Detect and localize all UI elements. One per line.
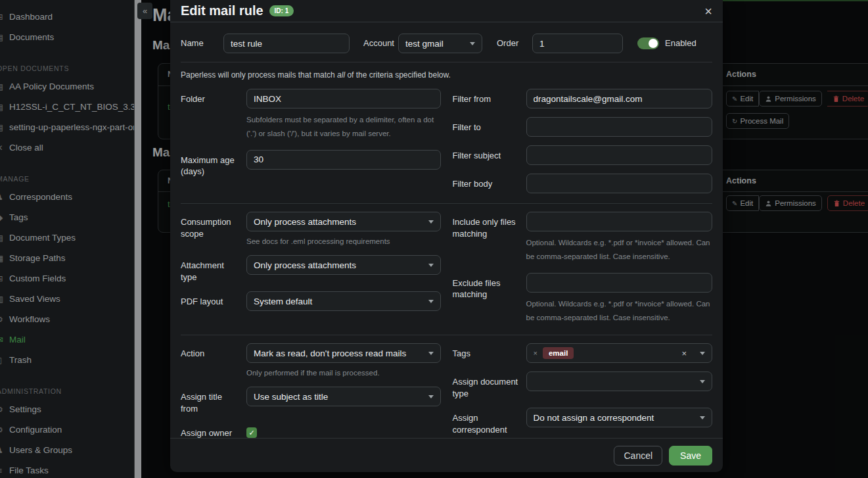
- order-input[interactable]: [532, 34, 623, 53]
- tag-chip-email: email: [543, 347, 574, 359]
- tags-label: Tags: [453, 343, 526, 363]
- close-icon[interactable]: ×: [704, 5, 712, 18]
- filter-body-row: Filter body: [453, 174, 713, 193]
- filter-body-input[interactable]: [526, 174, 713, 193]
- assign-title-select[interactable]: Use subject as title: [246, 387, 441, 406]
- chevron-down-icon: [428, 395, 434, 398]
- id-badge: ID: 1: [269, 5, 294, 16]
- assign-title-label: Assign title from: [181, 387, 246, 414]
- filter-body-label: Filter body: [453, 174, 526, 193]
- processing-group: Consumption scope Only process attachmen…: [181, 212, 712, 333]
- chevron-down-icon: [700, 380, 705, 383]
- attachment-type-select[interactable]: Only process attachments: [246, 255, 441, 275]
- name-label: Name: [181, 37, 223, 49]
- filter-from-input[interactable]: [526, 89, 713, 108]
- filter-from-label: Filter from: [453, 89, 526, 108]
- filter-to-row: Filter to: [453, 117, 713, 137]
- chevron-down-icon: [700, 352, 705, 355]
- include-files-input[interactable]: [526, 212, 713, 231]
- filter-to-input[interactable]: [526, 117, 713, 137]
- chevron-down-icon: [428, 264, 434, 267]
- chevron-down-icon: [470, 42, 475, 45]
- max-age-label: Maximum age (days): [181, 150, 246, 178]
- cancel-button[interactable]: Cancel: [614, 446, 662, 466]
- folder-input[interactable]: [246, 89, 441, 108]
- enabled-toggle[interactable]: [637, 37, 659, 49]
- assign-doc-type-select[interactable]: [526, 371, 713, 391]
- modal-footer: Cancel Save: [170, 438, 723, 472]
- action-select[interactable]: Mark as read, don't process read mails: [246, 343, 441, 363]
- consumption-scope-select[interactable]: Only process attachments: [246, 212, 441, 231]
- filter-subject-label: Filter subject: [453, 145, 526, 165]
- assign-owner-checkbox[interactable]: ✓: [246, 427, 257, 438]
- assign-doc-type-label: Assign document type: [453, 371, 526, 399]
- exclude-files-row: Exclude files matching Optional. Wildcar…: [453, 273, 713, 325]
- filter-subject-input[interactable]: [526, 145, 713, 165]
- modal-header: Edit mail rule ID: 1 ×: [170, 0, 723, 22]
- filter-to-label: Filter to: [453, 117, 526, 137]
- top-fields-row: Name Account test gmail Order Enabled: [181, 34, 712, 53]
- modal-title: Edit mail rule: [181, 3, 263, 18]
- consumption-scope-row: Consumption scope Only process attachmen…: [181, 212, 441, 247]
- account-label: Account: [363, 37, 398, 49]
- folder-hint: Subfolders must be separated by a delimi…: [246, 113, 441, 141]
- pdf-layout-label: PDF layout: [181, 291, 246, 311]
- toggle-knob: [649, 39, 658, 48]
- include-files-label: Include only files matching: [453, 212, 526, 264]
- modal-body: Name Account test gmail Order Enabled Pa…: [170, 22, 723, 438]
- exclude-files-input[interactable]: [526, 273, 713, 293]
- assign-correspondent-row: Assign correspondent from Do not assign …: [453, 408, 713, 438]
- edit-mail-rule-modal: Edit mail rule ID: 1 × Name Account test…: [170, 0, 723, 472]
- attachment-type-label: Attachment type: [181, 255, 246, 283]
- chevron-down-icon: [428, 220, 434, 224]
- filter-from-row: Filter from: [453, 89, 713, 108]
- max-age-input[interactable]: [246, 150, 441, 170]
- order-label: Order: [497, 37, 532, 49]
- action-row: Action Mark as read, don't process read …: [181, 343, 441, 378]
- max-age-row: Maximum age (days): [181, 150, 441, 178]
- chevron-down-icon: [428, 352, 434, 355]
- check-icon: ✓: [248, 429, 254, 437]
- include-files-row: Include only files matching Optional. Wi…: [453, 212, 713, 264]
- pdf-layout-select[interactable]: System default: [246, 291, 441, 311]
- folder-label: Folder: [181, 89, 246, 141]
- pdf-layout-row: PDF layout System default: [181, 291, 441, 311]
- name-input[interactable]: [223, 34, 350, 53]
- enabled-label: Enabled: [665, 37, 697, 49]
- assignment-group: Action Mark as read, don't process read …: [181, 343, 712, 438]
- scope-hint: See docs for .eml processing requirement…: [246, 236, 441, 247]
- assign-doc-type-row: Assign document type: [453, 371, 713, 399]
- assign-owner-row: Assign owner from rule ✓: [181, 423, 441, 438]
- account-select[interactable]: test gmail: [398, 34, 482, 53]
- folder-row: Folder Subfolders must be separated by a…: [181, 89, 441, 141]
- tag-remove-icon[interactable]: ×: [534, 349, 537, 357]
- include-files-hint: Optional. Wildcards e.g. *.pdf or *invoi…: [526, 236, 713, 264]
- consumption-scope-label: Consumption scope: [181, 212, 246, 247]
- chevron-down-icon: [428, 300, 434, 303]
- assign-correspondent-label: Assign correspondent from: [453, 408, 526, 438]
- tags-select[interactable]: × email ×: [526, 343, 713, 363]
- action-hint: Only performed if the mail is processed.: [246, 368, 441, 378]
- tags-row: Tags × email ×: [453, 343, 713, 363]
- attachment-type-row: Attachment type Only process attachments: [181, 255, 441, 283]
- save-button[interactable]: Save: [669, 446, 712, 466]
- filter-subject-row: Filter subject: [453, 145, 713, 165]
- tags-clear-icon[interactable]: ×: [681, 348, 687, 358]
- exclude-files-hint: Optional. Wildcards e.g. *.pdf or *invoi…: [526, 297, 713, 325]
- assign-owner-label: Assign owner from rule: [181, 423, 246, 438]
- exclude-files-label: Exclude files matching: [453, 273, 526, 325]
- criteria-text: Paperless will only process mails that m…: [181, 70, 712, 80]
- assign-correspondent-select[interactable]: Do not assign a correspondent: [526, 408, 713, 427]
- assign-title-row: Assign title from Use subject as title: [181, 387, 441, 414]
- action-label: Action: [181, 343, 246, 378]
- chevron-down-icon: [700, 416, 705, 419]
- criteria-group: Folder Subfolders must be separated by a…: [181, 89, 712, 202]
